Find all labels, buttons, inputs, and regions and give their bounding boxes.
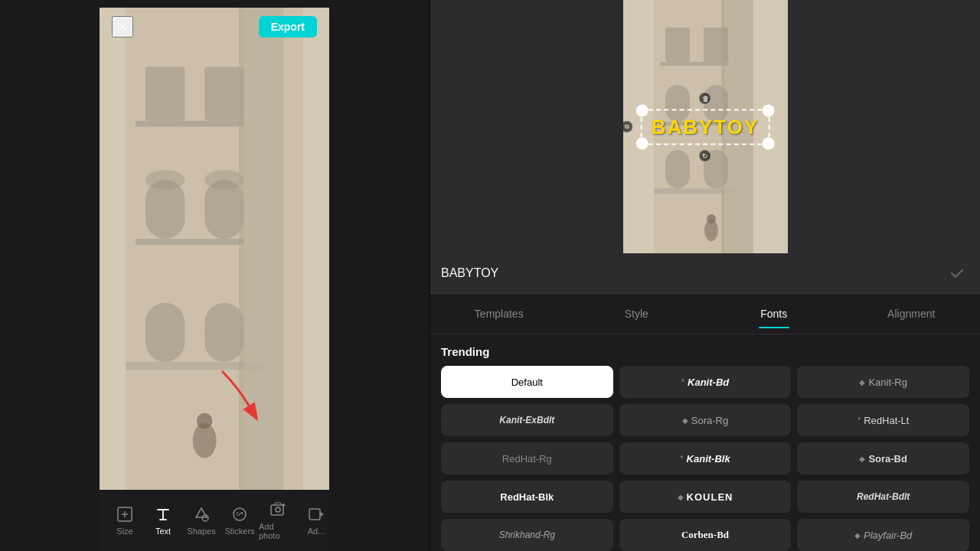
text-icon — [154, 505, 172, 523]
font-name-redhat-rg: RedHat-Rg — [502, 453, 552, 465]
svg-rect-11 — [145, 303, 185, 362]
font-chip-redhat-rg[interactable]: RedHat-Rg — [441, 442, 613, 474]
toolbar-item-text[interactable]: Text — [144, 505, 182, 536]
stickers-label: Stickers — [224, 527, 254, 536]
font-name-kanit-bd: Kanit-Bd — [688, 377, 729, 388]
left-panel: × Export — [0, 0, 429, 551]
editor-header: × Export — [100, 8, 329, 46]
arrow-svg — [207, 360, 268, 421]
star-icon-kanit-blk: * — [680, 454, 683, 463]
tab-templates[interactable]: Templates — [430, 300, 568, 328]
font-name-shrikhand: Shrikhand-Rg — [499, 530, 555, 540]
confirm-button[interactable] — [945, 261, 969, 285]
font-chip-redhat-blk[interactable]: RedHat-Blk — [441, 481, 613, 513]
font-chip-sora-rg[interactable]: ◆ Sora-Rg — [619, 404, 792, 436]
tabs-row: Templates Style Fonts Alignment — [430, 294, 980, 334]
svg-rect-41 — [665, 150, 690, 188]
add-photo-icon — [269, 500, 287, 519]
trending-section: Trending Default * Kanit-Bd ◆ Kanit-Rg K… — [430, 334, 980, 551]
font-chip-default[interactable]: Default — [441, 366, 613, 398]
text-selection-box: 🗑 ⧉ ↻ BABYTOY — [641, 109, 770, 145]
export-button[interactable]: Export — [259, 16, 317, 37]
toolbar-item-shapes[interactable]: Shapes — [182, 505, 220, 536]
corner-handle-br[interactable] — [762, 137, 774, 149]
svg-point-23 — [237, 512, 238, 514]
font-name-koulen: KOULEN — [687, 491, 733, 503]
font-chip-kanit-blk[interactable]: * Kanit-Blk — [619, 442, 792, 474]
font-name-kanit-exbdlt: Kanit-ExBdlt — [499, 415, 554, 425]
tab-alignment[interactable]: Alignment — [843, 300, 981, 328]
svg-rect-10 — [136, 239, 243, 245]
font-grid: Default * Kanit-Bd ◆ Kanit-Rg Kanit-ExBd… — [441, 366, 969, 551]
overlay-text: BABYTOY — [652, 115, 760, 138]
text-label: Text — [155, 527, 171, 536]
font-name-default: Default — [511, 377, 543, 388]
preview-image: 🗑 ⧉ ↻ BABYTOY — [623, 0, 788, 253]
tab-fonts[interactable]: Fonts — [705, 300, 843, 328]
diamond-icon-koulen: ◆ — [678, 493, 684, 501]
toolbar-item-stickers[interactable]: Stickers — [220, 505, 259, 536]
rotate-handle[interactable]: ↻ — [699, 149, 711, 161]
lock-icon-kanit-bd: * — [681, 377, 684, 386]
diamond-icon-kanit-rg: ◆ — [859, 378, 865, 386]
font-name-redhat-blk: RedHat-Blk — [500, 491, 554, 503]
font-chip-redhat-lt[interactable]: * RedHat-Lt — [797, 404, 969, 436]
svg-rect-36 — [704, 28, 728, 62]
font-chip-kanit-exbdlt[interactable]: Kanit-ExBdlt — [441, 404, 613, 436]
preview-area: 🗑 ⧉ ↻ BABYTOY — [430, 0, 980, 253]
add-label: Ad... — [308, 527, 325, 536]
svg-point-9 — [204, 170, 243, 190]
size-icon — [116, 505, 134, 523]
font-chip-kanit-rg[interactable]: ◆ Kanit-Rg — [797, 366, 969, 398]
text-overlay[interactable]: 🗑 ⧉ ↻ BABYTOY — [641, 109, 770, 145]
svg-rect-5 — [136, 121, 243, 127]
svg-rect-35 — [665, 28, 690, 62]
shapes-label: Shapes — [187, 527, 215, 536]
red-arrow — [207, 360, 268, 421]
font-chip-redhat-bdlt[interactable]: RedHat-Bdlt — [797, 481, 969, 513]
svg-rect-25 — [271, 505, 283, 515]
trending-label: Trending — [441, 345, 969, 358]
font-chip-shrikhand[interactable]: Shrikhand-Rg — [441, 519, 613, 551]
text-input-area — [430, 253, 980, 294]
font-chip-koulen[interactable]: ◆ KOULEN — [619, 481, 792, 513]
tab-style[interactable]: Style — [568, 300, 706, 328]
svg-point-46 — [707, 214, 716, 223]
diamond-icon-sora-rg: ◆ — [682, 416, 688, 425]
svg-rect-3 — [145, 67, 185, 121]
toolbar-item-size[interactable]: Size — [106, 505, 144, 536]
svg-point-26 — [276, 507, 280, 512]
font-chip-kanit-bd[interactable]: * Kanit-Bd — [619, 366, 792, 398]
toolbar-item-add[interactable]: Ad... — [297, 505, 335, 536]
editor-area: × Export — [100, 8, 329, 490]
close-button[interactable]: × — [112, 16, 133, 37]
corner-handle-bl[interactable] — [636, 137, 648, 149]
font-name-corben-bd: Corben-Bd — [681, 529, 729, 541]
delete-handle[interactable]: 🗑 — [699, 92, 711, 104]
shapes-icon — [192, 505, 211, 523]
add-icon — [307, 505, 325, 523]
font-name-kanit-blk: Kanit-Blk — [687, 453, 730, 465]
svg-point-21 — [202, 515, 208, 521]
font-name-playfair-bd: Playfair-Bd — [864, 530, 912, 541]
size-label: Size — [116, 527, 132, 536]
corner-handle-tr[interactable] — [762, 104, 774, 116]
svg-rect-29 — [309, 509, 320, 520]
svg-point-24 — [241, 512, 243, 514]
font-chip-playfair-bd[interactable]: ◆ Playfair-Bd — [797, 519, 969, 551]
diamond-icon-playfair: ◆ — [854, 531, 861, 540]
stickers-icon — [230, 505, 249, 523]
text-input-field[interactable] — [441, 266, 937, 280]
svg-point-8 — [145, 170, 185, 190]
font-name-redhat-bdlt: RedHat-Bdlt — [857, 491, 910, 502]
svg-rect-12 — [204, 303, 243, 362]
font-name-kanit-rg: Kanit-Rg — [868, 377, 907, 388]
font-name-sora-rg: Sora-Rg — [691, 415, 728, 426]
font-chip-sora-bd[interactable]: ◆ Sora-Bd — [797, 442, 969, 474]
right-panel: 🗑 ⧉ ↻ BABYTOY — [430, 0, 980, 551]
corner-handle-tl[interactable] — [636, 104, 648, 116]
star-icon-redhat-lt: * — [858, 416, 861, 425]
add-photo-label: Add photo — [259, 522, 297, 540]
toolbar-item-add-photo[interactable]: Add photo — [259, 500, 297, 540]
font-chip-corben-bd[interactable]: Corben-Bd — [619, 519, 792, 551]
